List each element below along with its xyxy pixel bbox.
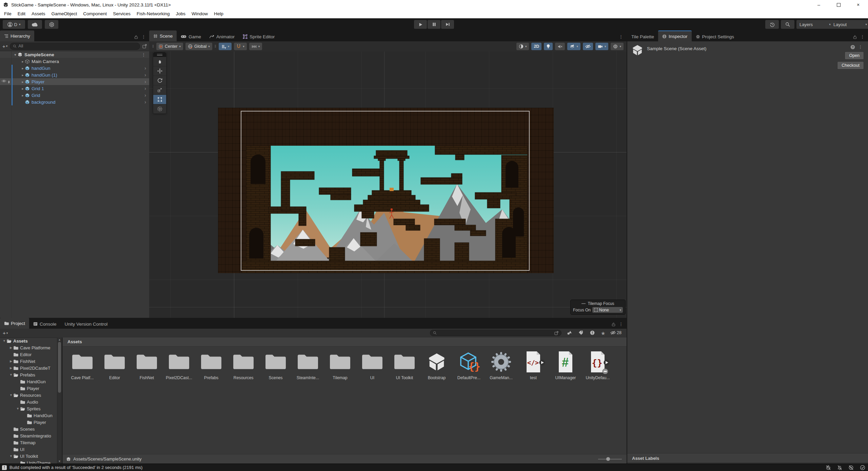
tab-project[interactable]: Project xyxy=(0,318,29,329)
scale-tool[interactable] xyxy=(153,85,166,95)
prefab-open-chevron[interactable]: › xyxy=(144,93,146,98)
account-button[interactable]: D ▾ xyxy=(3,20,25,29)
tab-inspector[interactable]: Inspector xyxy=(658,30,692,41)
expander-icon[interactable]: ▼ xyxy=(2,339,6,343)
expander-icon[interactable]: ▼ xyxy=(16,407,20,410)
view-hand-tool[interactable] xyxy=(153,57,166,66)
hidden-count-toggle[interactable]: 28 xyxy=(610,330,622,335)
menu-help[interactable]: Help xyxy=(211,9,226,18)
scroll-up-icon[interactable]: ▲ xyxy=(57,338,62,341)
pickability-icon[interactable] xyxy=(7,79,11,84)
scroll-down-icon[interactable]: ▼ xyxy=(57,460,62,463)
search-by-label-icon[interactable] xyxy=(578,330,583,335)
project-tree-row-handgun[interactable]: HandGun xyxy=(0,378,57,385)
tab-animator[interactable]: Animator xyxy=(205,32,239,41)
create-add-button[interactable]: +▾ xyxy=(2,43,7,49)
step-button[interactable] xyxy=(441,20,454,29)
menu-edit[interactable]: Edit xyxy=(15,9,28,18)
drag-handle-icon[interactable]: ‖ xyxy=(152,44,154,49)
menu-component[interactable]: Component xyxy=(80,9,110,18)
project-tree-row-resources[interactable]: ▼ Resources xyxy=(0,392,57,398)
expander-icon[interactable]: ▶ xyxy=(9,346,13,349)
hierarchy-search[interactable] xyxy=(10,43,140,50)
project-tree-row-steamintegratio[interactable]: SteamIntegratio xyxy=(0,432,57,439)
expander-icon[interactable]: ▸ xyxy=(20,87,25,90)
hierarchy-row-handgun-1[interactable]: ▸handGun (1)› xyxy=(0,71,149,78)
tree-scrollbar[interactable]: ▲ ▼ xyxy=(57,337,62,464)
menu-services[interactable]: Services xyxy=(110,9,134,18)
gizmos-dropdown[interactable]: ▾ xyxy=(611,43,624,50)
audio-mute-toggle[interactable] xyxy=(555,43,565,50)
project-tree-row-tilemap[interactable]: Tilemap xyxy=(0,439,57,446)
project-search[interactable] xyxy=(430,330,561,336)
lock-icon[interactable] xyxy=(612,322,615,326)
asset-editor[interactable]: Editor xyxy=(99,348,130,387)
scene-lighting-toggle[interactable] xyxy=(544,43,553,50)
hierarchy-row-handgun[interactable]: ▸handGun› xyxy=(0,65,149,71)
project-tree-row-fishnet[interactable]: ▶ FishNet xyxy=(0,358,57,365)
transform-tool[interactable] xyxy=(153,104,166,114)
hierarchy-row-player[interactable]: ▸Player› xyxy=(0,78,149,85)
prefab-open-chevron[interactable]: › xyxy=(144,72,146,78)
rect-tool[interactable] xyxy=(153,95,166,104)
help-icon[interactable]: ? xyxy=(850,45,855,49)
prefab-open-chevron[interactable]: › xyxy=(144,99,146,105)
asset-ui[interactable]: UI xyxy=(357,348,388,387)
scene-viewport[interactable]: Tilemap Focus Focus On None ▾ xyxy=(149,52,627,318)
asset-uimanager[interactable]: # UIManager xyxy=(550,348,581,387)
project-tree-row-editor[interactable]: Editor xyxy=(0,351,57,358)
rotate-tool[interactable] xyxy=(153,76,166,85)
icon-size-slider[interactable] xyxy=(598,454,622,464)
kebab-menu-icon[interactable]: ⋮ xyxy=(141,52,146,57)
asset-tilemap[interactable]: Tilemap xyxy=(325,348,355,387)
asset-scenes[interactable]: Scenes xyxy=(260,348,291,387)
collab-disabled-icon[interactable] xyxy=(848,465,854,470)
prefab-open-chevron[interactable]: › xyxy=(144,86,146,91)
menu-jobs[interactable]: Jobs xyxy=(173,9,189,18)
undo-history-button[interactable] xyxy=(765,20,779,29)
checkout-button[interactable]: Checkout xyxy=(837,61,864,69)
asset-resources[interactable]: Resources xyxy=(228,348,259,387)
progress-check-icon[interactable] xyxy=(860,465,865,470)
debugger-disabled-icon[interactable] xyxy=(826,465,831,470)
project-tree-row-ui[interactable]: UI xyxy=(0,446,57,453)
project-tree-row-audio[interactable]: Audio xyxy=(0,398,57,405)
project-tree-row-player[interactable]: Player xyxy=(0,419,57,426)
asset-steaminte[interactable]: SteamInte... xyxy=(293,348,323,387)
layers-dropdown[interactable]: Layers▾ xyxy=(796,20,834,29)
project-tree-row-sprites[interactable]: ▼ Sprites xyxy=(0,405,57,412)
asset-bootstrap[interactable]: Bootstrap xyxy=(421,348,452,387)
kebab-menu-icon[interactable]: ⋮ xyxy=(619,322,623,326)
asset-test[interactable]: </> test xyxy=(518,348,549,387)
grid-snapping-toggle[interactable]: Y ▾ xyxy=(219,43,232,50)
expander-icon[interactable]: ▸ xyxy=(20,80,25,84)
shading-mode-dropdown[interactable]: ▾ xyxy=(516,43,529,50)
tab-project-settings[interactable]: Project Settings xyxy=(692,32,738,41)
project-tree-row-handgun[interactable]: HandGun xyxy=(0,412,57,419)
menu-gameobject[interactable]: GameObject xyxy=(48,9,80,18)
asset-pixel2dcast[interactable]: Pixel2DCast... xyxy=(164,348,194,387)
expander-icon[interactable]: ▸ xyxy=(20,73,25,77)
hierarchy-row-main-camera[interactable]: ▸Main Camera xyxy=(0,58,149,65)
expander-icon[interactable]: ▼ xyxy=(9,373,13,376)
asset-defaultpre[interactable]: {} DefaultPre... xyxy=(454,348,484,387)
kebab-menu-icon[interactable]: ⋮ xyxy=(619,35,623,39)
expander-icon[interactable]: ▸ xyxy=(20,66,25,70)
2d-mode-toggle[interactable]: 2D xyxy=(531,43,541,50)
play-button[interactable] xyxy=(414,20,427,29)
minimize-button[interactable]: – xyxy=(809,0,829,9)
menu-assets[interactable]: Assets xyxy=(28,9,48,18)
asset-fishnet[interactable]: FishNet xyxy=(132,348,162,387)
hierarchy-row-background[interactable]: background› xyxy=(0,99,149,105)
open-in-window-icon[interactable] xyxy=(142,44,147,48)
project-tree-row-unitytheme[interactable]: UnityTheme xyxy=(0,459,57,464)
expander-icon[interactable]: ▼ xyxy=(9,393,13,397)
kebab-menu-icon[interactable]: ⋮ xyxy=(858,45,863,49)
asset-prefabs[interactable]: Prefabs xyxy=(196,348,226,387)
project-tree-row-prefabs[interactable]: ▼ Prefabs xyxy=(0,371,57,378)
orientation-dropdown[interactable]: Global▾ xyxy=(185,43,212,50)
hierarchy-row-grid[interactable]: ▸Grid› xyxy=(0,92,149,99)
scrollbar-thumb[interactable] xyxy=(58,342,61,393)
maximize-button[interactable] xyxy=(829,0,848,9)
open-in-window-icon[interactable] xyxy=(554,331,558,335)
